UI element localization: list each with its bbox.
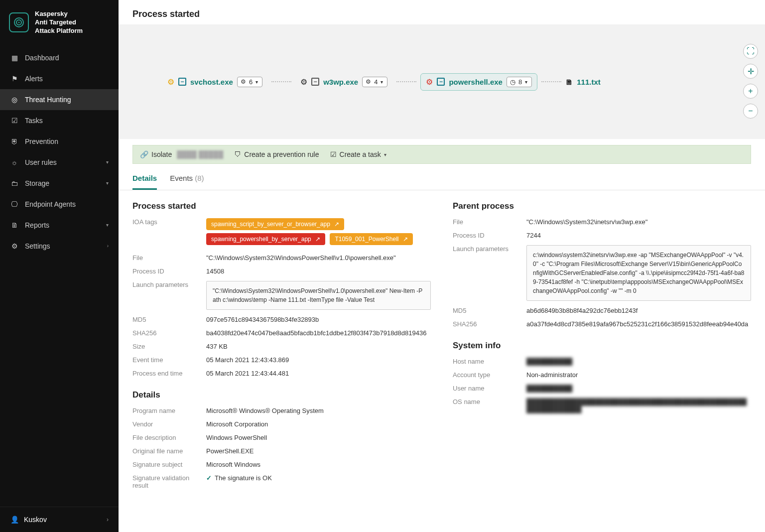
external-link-icon: ↗ <box>315 236 320 243</box>
chain-node-label: powershell.exe <box>449 78 503 86</box>
row-end-time: Process end time05 March 2021 12:43:44.4… <box>132 370 431 377</box>
main: Process started ⚙ − svchost.exe ⚙6▾ ⚙ − … <box>119 0 765 532</box>
sha256-hash[interactable]: ba4038fd20e474c047be8aad5bfacdb1bfc1ddbe… <box>206 329 431 337</box>
row-parent-pid: Process ID7244 <box>453 232 751 239</box>
right-column: Parent process File"C:\Windows\System32\… <box>453 201 751 495</box>
chevron-down-icon: ▾ <box>106 180 109 186</box>
row-md5: MD5097ce5761c89434367598b34fe32893b <box>132 316 431 323</box>
external-link-icon: ↗ <box>403 236 408 243</box>
target-icon: ◎ <box>10 95 19 104</box>
field-label: IOA tags <box>132 218 202 226</box>
parent-launch-params[interactable]: c:\windows\system32\inetsrv\w3wp.exe -ap… <box>526 245 751 301</box>
task-icon: ☑ <box>330 150 337 158</box>
sidebar-item-tasks[interactable]: ☑Tasks <box>0 110 119 131</box>
ioa-tag[interactable]: spawning_script_by_server_or_browser_app… <box>206 218 344 230</box>
sidebar-item-threat-hunting[interactable]: ◎Threat Hunting <box>0 89 119 110</box>
chain-node-count[interactable]: ◷8▾ <box>507 77 532 87</box>
connector <box>396 81 416 82</box>
file-icon: 🗎 <box>565 78 573 86</box>
row-file: File"C:\Windows\System32\WindowsPowerShe… <box>132 254 431 262</box>
detail-tabs: Details Events (8) <box>119 164 765 190</box>
chevron-down-icon: ▾ <box>384 152 386 157</box>
isolate-button[interactable]: 🔗Isolate ████ █████ <box>140 150 223 158</box>
tab-events[interactable]: Events (8) <box>170 171 204 190</box>
chain-node-w3wp[interactable]: ⚙ − w3wp.exe ⚙4▾ <box>295 74 392 90</box>
process-chain: ⚙ − svchost.exe ⚙6▾ ⚙ − w3wp.exe ⚙4▾ ⚙ <box>162 73 601 91</box>
sidebar-item-label: Endpoint Agents <box>25 200 76 208</box>
sidebar-item-alerts[interactable]: ⚑Alerts <box>0 68 119 89</box>
ioa-tag[interactable]: spawning_powershell_by_server_app↗ <box>206 233 325 245</box>
create-prevention-rule-button[interactable]: ⛉Create a prevention rule <box>234 150 319 158</box>
chain-node-label: 111.txt <box>577 78 601 86</box>
gear-icon: ⚙ <box>426 77 433 87</box>
sidebar-item-storage[interactable]: 🗀Storage▾ <box>0 173 119 194</box>
chevron-down-icon: ▾ <box>381 79 383 85</box>
clock-icon: ◷ <box>510 78 515 86</box>
ioa-tag[interactable]: T1059_001_PowerShell↗ <box>330 233 412 245</box>
chevron-down-icon: ▾ <box>106 159 109 165</box>
external-link-icon: ↗ <box>334 221 339 228</box>
row-pid: Process ID14508 <box>132 267 431 275</box>
center-button[interactable]: ✛ <box>743 64 758 79</box>
tab-details[interactable]: Details <box>132 171 157 190</box>
parent-sha256[interactable]: a0a37fde4d8cd7385e819afa967bc525231c2f16… <box>526 320 751 328</box>
sidebar-item-label: Threat Hunting <box>25 96 71 104</box>
nav: ▦Dashboard ⚑Alerts ◎Threat Hunting ☑Task… <box>0 47 119 507</box>
sidebar-item-dashboard[interactable]: ▦Dashboard <box>0 47 119 68</box>
document-icon: 🗎 <box>10 221 19 230</box>
canvas-controls: ⛶ ✛ + − <box>743 44 758 119</box>
shield-icon: ⛨ <box>10 137 19 146</box>
collapse-icon[interactable]: − <box>437 78 445 86</box>
gear-icon: ⚙ <box>366 78 371 85</box>
md5-hash[interactable]: 097ce5761c89434367598b34fe32893b <box>206 316 431 323</box>
zoom-in-button[interactable]: + <box>743 84 758 99</box>
process-chain-canvas[interactable]: ⚙ − svchost.exe ⚙6▾ ⚙ − w3wp.exe ⚙4▾ ⚙ <box>119 24 765 139</box>
chain-node-count[interactable]: ⚙4▾ <box>362 77 387 87</box>
row-parent-file: File"C:\Windows\System32\inetsrv\w3wp.ex… <box>453 218 751 226</box>
parent-file-path[interactable]: "C:\Windows\System32\inetsrv\w3wp.exe" <box>526 218 751 226</box>
collapse-icon[interactable]: − <box>178 78 186 86</box>
check-icon: ✓ <box>206 474 212 482</box>
sidebar-item-label: Prevention <box>25 137 58 145</box>
sidebar-user[interactable]: 👤 Kuskov › <box>0 507 119 532</box>
sidebar-item-reports[interactable]: 🗎Reports▾ <box>0 215 119 236</box>
row-launch: Launch parameters"C:\Windows\System32\Wi… <box>132 281 431 310</box>
sidebar-item-user-rules[interactable]: ☼User rules▾ <box>0 152 119 173</box>
section-heading: Process started <box>132 201 431 211</box>
row-parent-launch: Launch parametersc:\windows\system32\ine… <box>453 245 751 301</box>
monitor-icon: 🖵 <box>10 200 19 209</box>
row-sha256: SHA256ba4038fd20e474c047be8aad5bfacdb1bf… <box>132 329 431 337</box>
create-task-button[interactable]: ☑Create a task▾ <box>330 150 386 158</box>
row-account-type: Account typeNon-administrator <box>453 371 751 379</box>
chevron-right-icon: › <box>107 243 109 249</box>
parent-md5[interactable]: ab6d6849b3b8b8f4a292dc76ebb1243f <box>526 307 751 314</box>
chain-node-powershell[interactable]: ⚙ − powershell.exe ◷8▾ <box>420 73 537 91</box>
sidebar-item-label: Tasks <box>25 117 43 125</box>
folder-icon: 🗀 <box>10 179 19 188</box>
ioa-tags: spawning_script_by_server_or_browser_app… <box>206 218 431 248</box>
expand-button[interactable]: ⛶ <box>743 44 758 59</box>
file-path[interactable]: "C:\Windows\System32\WindowsPowerShell\v… <box>206 254 431 262</box>
row-sigsubj: Signature subjectMicrosoft Windows <box>132 461 431 468</box>
zoom-out-button[interactable]: − <box>743 104 758 119</box>
sidebar-item-label: Dashboard <box>25 54 59 62</box>
launch-params[interactable]: "C:\Windows\System32\WindowsPowerShell\v… <box>206 281 431 310</box>
row-host: Host name██████████ <box>453 358 751 365</box>
section-heading: System info <box>453 341 751 351</box>
chain-node-file[interactable]: 🗎 111.txt <box>565 78 601 86</box>
sidebar-item-label: Alerts <box>25 75 43 83</box>
brand-logo-icon <box>9 12 29 32</box>
chain-node-svchost[interactable]: ⚙ − svchost.exe ⚙6▾ <box>162 74 267 90</box>
row-parent-md5: MD5ab6d6849b3b8b8f4a292dc76ebb1243f <box>453 307 751 314</box>
sidebar-item-endpoint-agents[interactable]: 🖵Endpoint Agents <box>0 194 119 215</box>
row-size: Size437 KB <box>132 343 431 350</box>
sidebar-item-settings[interactable]: ⚙Settings› <box>0 236 119 257</box>
sidebar-item-prevention[interactable]: ⛨Prevention <box>0 131 119 152</box>
row-vendor: VendorMicrosoft Corporation <box>132 420 431 428</box>
sidebar-item-label: Storage <box>25 179 49 187</box>
chain-node-count[interactable]: ⚙6▾ <box>237 77 262 87</box>
gear-icon: ⚙ <box>300 77 307 87</box>
brand: Kaspersky Anti Targeted Attack Platform <box>0 0 119 47</box>
row-progname: Program nameMicrosoft® Windows® Operatin… <box>132 407 431 414</box>
collapse-icon[interactable]: − <box>311 78 319 86</box>
